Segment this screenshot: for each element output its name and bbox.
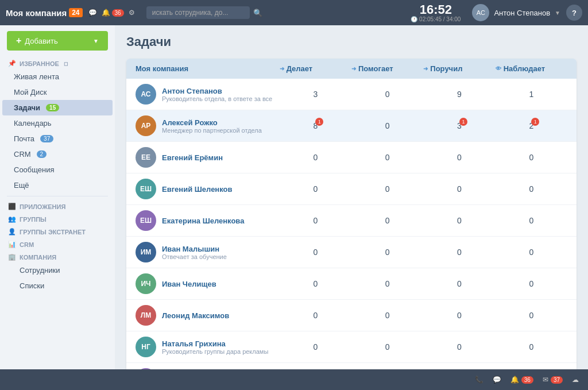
assigns-count: 0 [423, 153, 495, 162]
avatar: ЕЕ [136, 147, 156, 168]
person-info: Антон Степанов Руководитель отдела, в от… [162, 87, 272, 102]
does-count: 0 [280, 184, 351, 194]
table-row: ИМ Иван Малышин Отвечает за обучение 0 0… [126, 237, 577, 268]
sidebar-item-calendar[interactable]: Календарь [2, 115, 113, 131]
header-search: 🔍 [146, 6, 400, 19]
person-cell[interactable]: АС Антон Степанов Руководитель отдела, в… [136, 84, 280, 105]
person-info: Иван Челищев [162, 280, 216, 288]
time-display: 16:52 [411, 3, 461, 16]
sidebar-item-tasks[interactable]: Задачи 15 [2, 100, 113, 115]
watches-count: 0 [496, 216, 567, 225]
table-header: Моя компания ➜ Делает ➜ Помогает ➜ Поруч… [126, 59, 577, 79]
sidebar-section-extranet[interactable]: 👤 ГРУППЫ ЭКСТРАНЕТ [0, 225, 115, 237]
person-info: Иван Малышин Отвечает за обучение [162, 245, 227, 260]
table-row: ЕШ Екатерина Шеленкова 0 0 0 0 [126, 205, 577, 237]
does-count: 0 [280, 216, 351, 225]
does-count[interactable]: 8 1 [280, 121, 351, 130]
watches-count: 0 [496, 184, 567, 194]
assigns-count[interactable]: 3 1 [423, 121, 495, 130]
sidebar-divider [7, 196, 108, 196]
bottom-cloud[interactable]: ☁ [572, 376, 579, 384]
chat-icon[interactable]: 💬 [88, 9, 97, 17]
sidebar-section-favorites[interactable]: 📌 ИЗБРАННОЕ ◻ [0, 56, 115, 69]
avatar: АР [136, 115, 156, 136]
assigns-count: 0 [423, 216, 495, 225]
does-count: 0 [280, 311, 351, 320]
col-assigns[interactable]: ➜ Поручил [423, 64, 495, 73]
sidebar-item-messages[interactable]: Сообщения [2, 162, 113, 177]
col-does[interactable]: ➜ Делает [280, 64, 351, 73]
header-bell[interactable]: 🔔 36 [102, 9, 124, 17]
person-cell[interactable]: НГ Наталья Грихина Руководитель группы д… [136, 337, 280, 357]
helps-count: 0 [351, 216, 423, 225]
table-row: НС Наталья Сергеева 2 2 0 1 1 [126, 363, 577, 369]
helps-arrow-icon: ➜ [351, 65, 356, 72]
crm-badge: 2 [37, 150, 47, 158]
bottom-chat[interactable]: 💬 [493, 376, 501, 384]
sidebar-item-more[interactable]: Ещё [2, 177, 113, 193]
avatar: ЛМ [136, 305, 156, 326]
person-info: Наталья Грихина Руководитель группы дара… [162, 339, 268, 355]
sidebar-section-company[interactable]: 🏢 КОМПАНИЯ [0, 250, 115, 262]
pin-icon: 📌 [8, 60, 16, 67]
person-cell[interactable]: ЕШ Екатерина Шеленкова [136, 210, 280, 231]
search-input[interactable] [146, 6, 250, 19]
sidebar: + Добавить ▼ 📌 ИЗБРАННОЕ ◻ Живая лента М… [0, 25, 115, 369]
bottom-bell[interactable]: 🔔 36 [510, 376, 533, 384]
table-row: ИЧ Иван Челищев 0 0 0 0 [126, 268, 577, 300]
assigns-count: 0 [423, 279, 495, 288]
person-cell[interactable]: ЕЕ Евгений Ерёмин [136, 147, 280, 168]
sidebar-item-my-disk[interactable]: Мой Диск [2, 84, 113, 100]
sidebar-section-apps[interactable]: ⬛ ПРИЛОЖЕНИЯ [0, 199, 115, 212]
assigns-count: 0 [423, 248, 495, 257]
watches-arrow-icon: 👁 [496, 65, 501, 72]
crm-icon: 📊 [8, 241, 16, 248]
does-count: 0 [280, 248, 351, 257]
header-user[interactable]: АС Антон Степанов ▼ [472, 4, 560, 21]
help-button[interactable]: ? [566, 5, 582, 21]
search-icon[interactable]: 🔍 [253, 9, 262, 17]
avatar: ИЧ [136, 273, 156, 294]
watches-count[interactable]: 2 1 [496, 121, 567, 130]
logo[interactable]: Моя компания 24 [6, 8, 83, 18]
person-cell[interactable]: ИМ Иван Малышин Отвечает за обучение [136, 242, 280, 262]
bottom-mail[interactable]: ✉ 37 [543, 376, 563, 384]
add-button[interactable]: + Добавить ▼ [7, 31, 108, 51]
person-cell[interactable]: ЛМ Леонид Максимов [136, 305, 280, 326]
sidebar-section-crm2[interactable]: 📊 CRM [0, 237, 115, 250]
person-cell[interactable]: ЕШ Евгений Шеленков [136, 179, 280, 199]
sidebar-item-employees[interactable]: Сотрудники [2, 262, 113, 278]
sidebar-item-mail[interactable]: Почта 37 [2, 131, 113, 146]
helps-count: 0 [351, 342, 423, 352]
cloud-icon: ☁ [572, 376, 579, 384]
assigns-count: 0 [423, 311, 495, 320]
helps-count: 0 [351, 184, 423, 194]
mail-count: 37 [551, 376, 563, 384]
top-header: Моя компания 24 💬 🔔 36 ⚙ 🔍 16:52 🕐 02:05… [0, 0, 588, 25]
watches-count: 0 [496, 342, 567, 352]
sidebar-item-live-feed[interactable]: Живая лента [2, 69, 113, 84]
sidebar-item-lists[interactable]: Списки [2, 278, 113, 294]
person-cell[interactable]: АР Алексей Рожко Менеджер по партнерской… [136, 115, 280, 136]
bell-count: 36 [521, 376, 533, 384]
table-row: ЕЕ Евгений Ерёмин 0 0 0 0 [126, 142, 577, 173]
sidebar-section-groups[interactable]: 👥 ГРУППЫ [0, 212, 115, 225]
does-count: 0 [280, 153, 351, 162]
col-helps[interactable]: ➜ Помогает [351, 64, 423, 73]
groups-icon: 👥 [8, 215, 16, 223]
does-count[interactable]: 3 [280, 90, 351, 99]
bottom-phone[interactable]: 📞 [475, 376, 483, 384]
col-watches[interactable]: 👁 Наблюдает [496, 64, 567, 73]
overdue-badge: 1 [315, 118, 323, 126]
avatar: НГ [136, 337, 156, 357]
logo-text: Моя компания [6, 8, 67, 18]
assigns-count[interactable]: 9 [423, 90, 495, 99]
person-info: Алексей Рожко Менеджер по партнерской от… [162, 118, 262, 134]
avatar: АС [136, 84, 156, 105]
settings-icon[interactable]: ⚙ [129, 9, 135, 17]
helps-count: 0 [351, 311, 423, 320]
sidebar-item-crm[interactable]: CRM 2 [2, 146, 113, 162]
extranet-icon: 👤 [8, 228, 16, 235]
person-cell[interactable]: ИЧ Иван Челищев [136, 273, 280, 294]
does-count: 0 [280, 342, 351, 352]
